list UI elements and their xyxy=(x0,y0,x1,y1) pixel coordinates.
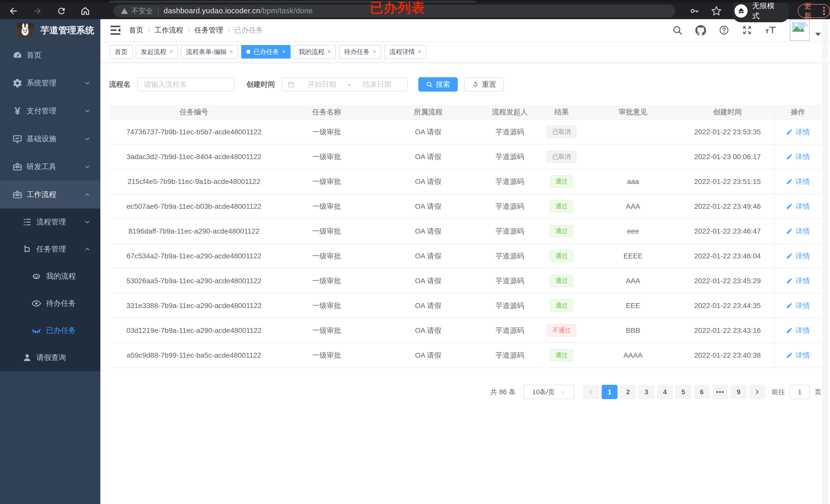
page-number-button[interactable]: 4 xyxy=(657,385,673,399)
tab-my-process[interactable]: 我的流程 × xyxy=(294,45,336,59)
sidebar-item-done-tasks[interactable]: 已办任务 xyxy=(0,317,100,344)
search-button[interactable]: 搜索 xyxy=(418,77,458,92)
browser-home-icon[interactable] xyxy=(77,4,93,18)
close-icon[interactable]: × xyxy=(230,49,233,55)
security-label: 不安全 xyxy=(131,6,153,16)
url-text: dashboard.yudao.iocoder.cn/bpm/task/done xyxy=(164,7,313,15)
page-number-button[interactable]: ••• xyxy=(712,385,728,399)
close-icon[interactable]: × xyxy=(169,49,173,55)
done-tasks-table: 任务编号 任务名称 所属流程 流程发起人 结果 审批意见 创建时间 操作 747… xyxy=(109,105,821,368)
page-size-select[interactable]: 10条/页 xyxy=(523,385,574,399)
tab-done-tasks[interactable]: 已办任务 × xyxy=(241,45,291,59)
page-scrollbar[interactable] xyxy=(822,19,828,504)
dashboard-gauge-icon xyxy=(12,50,23,60)
fullscreen-icon[interactable] xyxy=(742,25,752,35)
sidebar-item-process-mgmt[interactable]: 流程管理 xyxy=(0,208,100,236)
table-row: 331e3388-7b9a-11ec-a290-acde48001122 一级审… xyxy=(109,294,821,318)
chevron-down-icon xyxy=(84,219,91,225)
sidebar-collapse-icon[interactable] xyxy=(109,25,121,36)
prev-page-button[interactable] xyxy=(583,385,599,399)
tab-form-edit[interactable]: 流程表单-编辑 × xyxy=(181,45,238,59)
tab-todo-tasks[interactable]: 待办任务 × xyxy=(339,45,381,59)
browser-forward-icon[interactable] xyxy=(29,4,45,18)
cell-result: 通过 xyxy=(538,175,585,188)
start-date-placeholder: 开始日期 xyxy=(297,79,347,89)
tab-process-detail[interactable]: 流程详情 × xyxy=(384,45,426,59)
sidebar-item-leave-query[interactable]: 请假查询 xyxy=(0,344,100,371)
cell-create-time: 2022-01-22 23:40:38 xyxy=(681,351,774,360)
breadcrumb-workflow[interactable]: 工作流程 xyxy=(143,25,183,35)
cell-task-id: a59c9d88-7b99-11ec-ba5c-acde48001122 xyxy=(109,351,279,360)
sidebar-item-my-process[interactable]: 我的流程 xyxy=(0,263,100,290)
page-number-button[interactable]: 5 xyxy=(675,385,691,399)
main: 首页 工作流程 任务管理 已办任务 xyxy=(100,19,830,504)
sidebar-item-workflow[interactable]: 工作流程 xyxy=(0,180,100,208)
app-header: 首页 工作流程 任务管理 已办任务 xyxy=(100,19,830,41)
reset-button[interactable]: 重置 xyxy=(465,77,504,92)
table-row: 03d1219e-7b9a-11ec-a290-acde48001122 一级审… xyxy=(109,318,821,343)
cell-task-id: 3adac3d2-7b9d-11ec-8404-acde48001122 xyxy=(109,153,279,161)
detail-link[interactable]: 详情 xyxy=(786,326,810,335)
close-icon[interactable]: × xyxy=(418,49,421,55)
sidebar-item-infra[interactable]: 基础设施 xyxy=(0,125,100,153)
page-number-button[interactable]: 6 xyxy=(694,385,710,399)
table-body: 74736737-7b9b-11ec-b5b7-acde48001122 一级审… xyxy=(109,120,821,368)
github-icon[interactable] xyxy=(695,25,706,36)
page-number-list: 1 2 3 4 5 6 ••• 9 xyxy=(602,385,746,399)
page-number-button[interactable]: 2 xyxy=(620,385,636,399)
page-number-button[interactable]: 1 xyxy=(602,385,617,399)
detail-link[interactable]: 详情 xyxy=(786,301,810,311)
cell-result: 通过 xyxy=(538,349,585,361)
date-range-picker[interactable]: 开始日期 - 结束日期 xyxy=(282,77,408,91)
key-icon[interactable] xyxy=(690,6,700,16)
cell-result: 已取消 xyxy=(538,150,585,163)
breadcrumb-home[interactable]: 首页 xyxy=(129,25,143,35)
page-number-button[interactable]: 3 xyxy=(639,385,655,399)
sidebar-item-task-mgmt[interactable]: 任务管理 xyxy=(0,236,100,263)
cell-create-time: 2022-01-22 23:53:35 xyxy=(681,128,774,136)
sidebar-item-home[interactable]: 首页 xyxy=(0,41,100,69)
page-number-button[interactable]: 9 xyxy=(731,385,746,399)
update-button[interactable]: 更新 xyxy=(798,4,830,18)
detail-link[interactable]: 详情 xyxy=(786,152,810,162)
app-logo xyxy=(17,23,34,38)
close-icon[interactable]: × xyxy=(327,49,331,55)
result-badge: 通过 xyxy=(550,274,573,287)
detail-link[interactable]: 详情 xyxy=(786,276,810,286)
process-name-input[interactable]: 请输入流程名 xyxy=(137,77,234,91)
next-page-button[interactable] xyxy=(749,385,765,399)
detail-link[interactable]: 详情 xyxy=(786,127,810,137)
browser-reload-icon[interactable] xyxy=(53,4,70,18)
cell-create-time: 2022-01-22 23:51:15 xyxy=(681,177,774,186)
cell-task-name: 一级审批 xyxy=(279,177,375,187)
detail-link[interactable]: 详情 xyxy=(786,177,810,187)
sidebar-item-todo-tasks[interactable]: 待办任务 xyxy=(0,290,100,317)
result-badge: 不通过 xyxy=(547,324,576,336)
tab-start-process[interactable]: 发起流程 × xyxy=(136,45,178,59)
avatar-dropdown-caret-icon[interactable] xyxy=(815,33,821,36)
help-icon[interactable] xyxy=(719,25,729,35)
detail-link[interactable]: 详情 xyxy=(786,227,810,236)
sidebar-item-system[interactable]: 系统管理 xyxy=(0,69,100,97)
detail-link[interactable]: 详情 xyxy=(786,202,810,211)
sidebar-item-payment[interactable]: ¥ 支付管理 xyxy=(0,97,100,125)
bookmark-star-icon[interactable] xyxy=(711,6,722,16)
detail-link[interactable]: 详情 xyxy=(786,251,810,261)
cell-create-time: 2022-01-22 23:46:04 xyxy=(681,252,774,260)
tab-home[interactable]: 首页 xyxy=(109,45,133,59)
goto-page-input[interactable]: 1 xyxy=(790,385,810,399)
close-icon[interactable]: × xyxy=(373,49,376,55)
sidebar-item-devtools[interactable]: 研发工具 xyxy=(0,153,100,180)
avatar[interactable] xyxy=(790,20,810,41)
cell-starter: 芋道源码 xyxy=(482,177,538,187)
search-icon[interactable] xyxy=(672,25,682,35)
cell-starter: 芋道源码 xyxy=(482,276,538,286)
detail-link[interactable]: 详情 xyxy=(786,350,810,360)
browser-menu-icon[interactable] xyxy=(823,7,825,15)
font-size-icon[interactable] xyxy=(765,25,776,35)
close-icon[interactable]: × xyxy=(282,49,285,55)
browser-actions: 无痕模式 更新 xyxy=(690,0,830,22)
col-result: 结果 xyxy=(538,107,585,117)
breadcrumb-task-mgmt[interactable]: 任务管理 xyxy=(183,25,223,35)
browser-back-icon[interactable] xyxy=(5,4,22,18)
